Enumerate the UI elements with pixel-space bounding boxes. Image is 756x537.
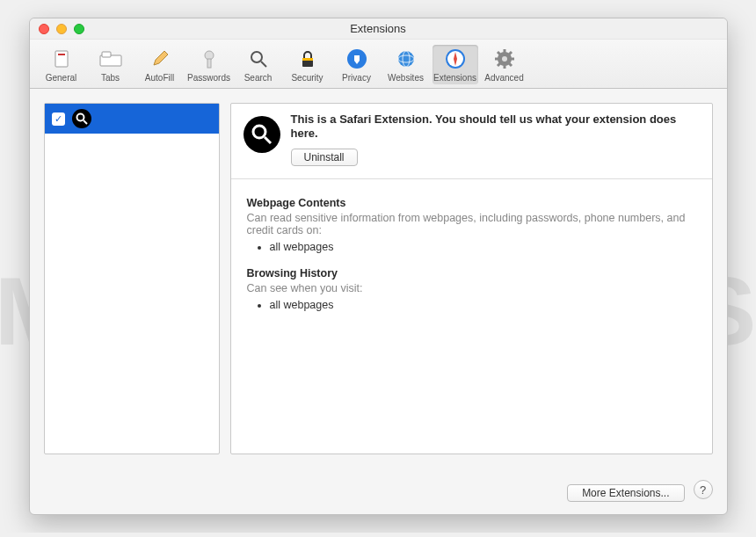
tab-label: Passwords [187,73,230,83]
preferences-window: Extensions General Tabs AutoFill Passwor… [29,18,728,515]
svg-rect-9 [302,58,313,61]
svg-rect-0 [55,51,68,67]
extension-description: This is a Safari Extension. You should t… [291,112,700,142]
gear-icon [492,47,517,71]
tab-label: General [46,73,77,83]
more-extensions-button[interactable]: More Extensions... [567,484,684,502]
tab-security[interactable]: Security [285,45,331,84]
svg-line-29 [265,137,271,143]
hand-icon [345,47,369,71]
svg-point-28 [253,126,265,138]
extension-list-item[interactable]: ✓ [45,104,219,134]
lock-icon [295,47,320,71]
search-icon [72,109,91,128]
tab-label: Websites [388,73,424,83]
tab-general[interactable]: General [39,45,84,84]
uninstall-button[interactable]: Uninstall [291,149,358,166]
window-footer: More Extensions... ? [30,468,727,514]
svg-rect-1 [58,54,65,55]
tab-label: Tabs [101,73,120,83]
search-icon [246,47,271,71]
svg-point-26 [76,114,84,121]
extension-detail-panel: This is a Safari Extension. You should t… [230,103,713,454]
detail-text-block: This is a Safari Extension. You should t… [291,112,700,166]
permission-list: all webpages [247,299,696,311]
svg-rect-3 [102,52,111,57]
tab-tabs[interactable]: Tabs [88,45,134,84]
tab-websites[interactable]: Websites [383,45,429,84]
permission-item: all webpages [270,299,696,311]
svg-line-23 [509,63,512,66]
preferences-toolbar: General Tabs AutoFill Passwords Search [30,40,727,89]
extensions-sidebar: ✓ [44,103,220,454]
svg-point-6 [251,52,262,62]
key-icon [197,47,222,71]
tab-label: Privacy [342,73,371,83]
globe-icon [394,47,418,71]
extension-enable-checkbox[interactable]: ✓ [52,112,65,126]
tab-privacy[interactable]: Privacy [334,45,380,84]
tab-label: AutoFill [145,73,174,83]
svg-point-11 [398,51,414,67]
permission-title: Webpage Contents [247,197,696,209]
compass-icon [443,47,468,71]
general-icon [49,47,74,71]
pencil-icon [148,47,172,71]
permission-description: Can see when you visit: [247,282,696,294]
tab-autofill[interactable]: AutoFill [137,45,183,84]
tab-search[interactable]: Search [236,45,281,84]
svg-rect-5 [207,59,211,68]
tab-label: Search [244,73,273,83]
permission-item: all webpages [270,241,696,253]
search-icon [244,116,280,153]
tab-passwords[interactable]: Passwords [186,45,232,84]
permissions-section: Webpage Contents Can read sensitive info… [231,179,712,343]
tabs-icon [98,47,123,71]
svg-line-25 [509,52,512,54]
tab-advanced[interactable]: Advanced [482,45,527,84]
window-titlebar: Extensions [30,18,727,40]
svg-line-22 [498,52,500,54]
svg-line-24 [498,63,500,66]
content-area: ✓ This is a Safari Extension. You should… [30,89,727,468]
window-title: Extensions [30,22,727,35]
permission-list: all webpages [247,241,696,253]
tab-label: Security [291,73,323,83]
help-button[interactable]: ? [694,480,713,499]
tab-label: Advanced [484,73,523,83]
svg-line-27 [84,120,87,124]
tab-label: Extensions [433,73,476,83]
tab-extensions[interactable]: Extensions [433,45,478,84]
detail-header: This is a Safari Extension. You should t… [231,104,712,179]
permission-description: Can read sensitive information from webp… [247,212,696,236]
svg-point-17 [502,56,507,62]
permission-title: Browsing History [247,267,696,279]
svg-line-7 [261,62,266,67]
